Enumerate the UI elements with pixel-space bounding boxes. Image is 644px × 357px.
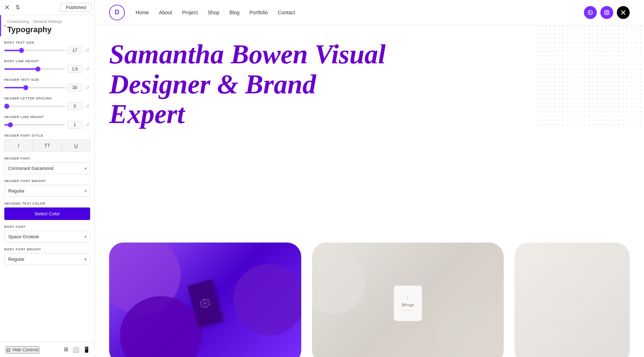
body-text-size-reset[interactable]: ↺ [84, 47, 90, 54]
nav-contact[interactable]: Contact [278, 10, 295, 15]
header-letter-spacing-reset[interactable]: ↺ [84, 103, 90, 110]
header-text-size-value[interactable]: 30 [67, 84, 82, 92]
body-line-height-fill [4, 68, 38, 70]
header-line-height-group: HEADER LINE HEIGHT 1 ↺ [4, 115, 90, 129]
header-font-group: HEADER FONT Cormorant Garamond [4, 157, 90, 174]
nav-shop[interactable]: Shop [208, 10, 220, 15]
hide-controls-label: Hide Controls [13, 347, 39, 352]
body-font-select[interactable]: Space Grotesk [4, 231, 90, 243]
underline-button[interactable]: U [62, 140, 90, 152]
heading-text-color-label: HEADING TEXT COLOR [4, 202, 90, 205]
breadcrumb-area: ‹ Customizing › General Settings Typogra… [0, 15, 94, 36]
header-letter-spacing-label: HEADER LETTER SPACING [4, 97, 90, 100]
candle-image: | Mirage ───── [312, 243, 504, 357]
body-line-height-slider-row: 1.6 ↺ [4, 65, 90, 73]
desktop-icon[interactable]: 🖥 [63, 346, 69, 353]
purple-product-image [109, 243, 301, 357]
svg-point-0 [588, 10, 592, 15]
svg-point-2 [606, 11, 608, 14]
left-panel: ✕ ⇅ Published ‹ Customizing › General Se… [0, 0, 95, 357]
preview-hero: Samantha Bowen Visual Designer & Brand E… [95, 25, 644, 357]
published-button[interactable]: Published [60, 3, 92, 12]
third-image [514, 243, 630, 357]
bottom-bar: ⊟ Hide Controls 🖥 ⬜ 📱 [0, 342, 94, 357]
dotted-pattern [537, 25, 644, 125]
preview-navbar: D Home About Project Shop Blog Portfolio… [95, 0, 644, 25]
header-line-height-slider-row: 1 ↺ [4, 121, 90, 129]
body-text-size-thumb[interactable] [19, 48, 24, 53]
device-icons: 🖥 ⬜ 📱 [63, 346, 90, 353]
body-font-weight-group: BODY FONT WEIGHT Regular [4, 248, 90, 265]
header-text-size-slider[interactable] [4, 87, 65, 88]
header-font-select[interactable]: Cormorant Garamond [4, 162, 90, 174]
body-line-height-reset[interactable]: ↺ [84, 65, 90, 73]
close-icon[interactable]: ✕ [3, 2, 11, 13]
hero-title: Samantha Bowen Visual Designer & Brand E… [109, 39, 395, 129]
preview-area: D Home About Project Shop Blog Portfolio… [95, 0, 644, 357]
nav-about[interactable]: About [159, 10, 172, 15]
body-text-size-label: BODY TEXT SIZE [4, 41, 90, 44]
dribble-icon[interactable] [584, 6, 597, 19]
instagram-icon[interactable] [600, 6, 613, 19]
body-font-dropdown-wrapper: Space Grotesk [4, 231, 90, 243]
nav-project[interactable]: Project [182, 10, 198, 15]
header-letter-spacing-value[interactable]: 0 [67, 102, 82, 110]
header-line-height-thumb[interactable] [8, 122, 13, 127]
svg-point-3 [608, 11, 609, 11]
header-font-weight-label: HEADER FONT WEIGHT [4, 179, 90, 183]
body-font-weight-select[interactable]: Regular [4, 253, 90, 265]
breadcrumb: Customizing › General Settings [7, 19, 89, 24]
body-line-height-thumb[interactable] [35, 67, 40, 72]
body-line-height-slider[interactable] [4, 68, 65, 70]
header-letter-spacing-group: HEADER LETTER SPACING 0 ↺ [4, 97, 90, 110]
logo: D [109, 5, 125, 20]
svg-rect-1 [605, 10, 609, 15]
nav-home[interactable]: Home [136, 10, 149, 15]
body-font-weight-label: BODY FONT WEIGHT [4, 248, 90, 251]
images-row: | Mirage ───── [109, 243, 630, 357]
header-letter-spacing-slider-row: 0 ↺ [4, 102, 90, 110]
header-line-height-reset[interactable]: ↺ [84, 121, 90, 128]
header-text-size-thumb[interactable] [23, 85, 28, 90]
header-font-weight-dropdown-wrapper: Regular [4, 185, 90, 197]
breadcrumb-general-settings: General Settings [33, 19, 62, 24]
breadcrumb-customizing: Customizing [7, 19, 29, 24]
mobile-icon[interactable]: 📱 [83, 346, 90, 353]
header-font-weight-select[interactable]: Regular [4, 185, 90, 197]
hide-controls-icon: ⊟ [6, 347, 11, 353]
body-font-label: BODY FONT [4, 225, 90, 229]
page-title: Typography [7, 25, 89, 34]
body-line-height-label: BODY LINE HEIGHT [4, 59, 90, 63]
header-letter-spacing-slider[interactable] [4, 106, 65, 107]
body-text-size-value[interactable]: 17 [67, 47, 82, 54]
tablet-icon[interactable]: ⬜ [72, 346, 79, 353]
social-icons [584, 6, 630, 19]
italic-button[interactable]: I [4, 140, 33, 152]
header-line-height-label: HEADER LINE HEIGHT [4, 115, 90, 119]
body-text-size-slider-row: 17 ↺ [4, 47, 90, 54]
header-letter-spacing-thumb[interactable] [4, 104, 9, 109]
back-button[interactable]: ‹ [1, 20, 9, 31]
select-color-button[interactable]: Select Color [4, 207, 90, 220]
body-font-group: BODY FONT Space Grotesk [4, 225, 90, 243]
heading-text-color-group: HEADING TEXT COLOR Select Color [4, 202, 90, 220]
header-text-size-slider-row: 30 ↺ [4, 84, 90, 92]
header-text-size-reset[interactable]: ↺ [84, 84, 90, 91]
header-font-dropdown-wrapper: Cormorant Garamond [4, 162, 90, 174]
header-line-height-slider[interactable] [4, 124, 65, 126]
hide-controls-button[interactable]: ⊟ Hide Controls [6, 346, 39, 353]
header-text-size-label: HEADER TEXT SIZE [4, 78, 90, 82]
sort-arrows-icon[interactable]: ⇅ [14, 3, 21, 12]
nav-blog[interactable]: Blog [229, 10, 239, 15]
header-font-weight-group: HEADER FONT WEIGHT Regular [4, 179, 90, 197]
header-font-label: HEADER FONT [4, 157, 90, 160]
caps-button[interactable]: TT [33, 140, 61, 152]
header-line-height-value[interactable]: 1 [67, 121, 82, 129]
font-style-row: I TT U [4, 140, 90, 152]
body-line-height-value[interactable]: 1.6 [67, 65, 82, 73]
twitter-icon[interactable] [617, 6, 630, 19]
header-text-size-group: HEADER TEXT SIZE 30 ↺ [4, 78, 90, 92]
top-bar: ✕ ⇅ Published [0, 0, 94, 15]
nav-portfolio[interactable]: Portfolio [249, 10, 268, 15]
body-text-size-slider[interactable] [4, 50, 65, 51]
